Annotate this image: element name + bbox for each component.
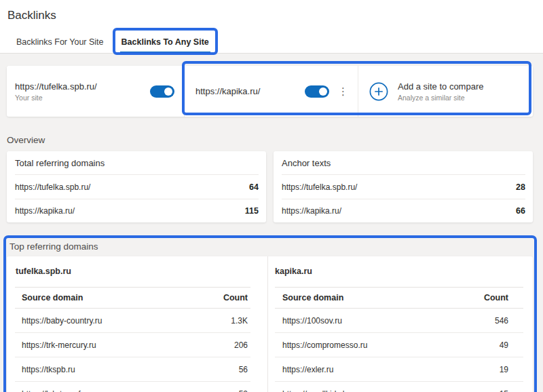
row-value: 28 (516, 182, 525, 192)
top-referring-domains-title: Top referring domains (10, 241, 98, 252)
overview-cards: Total referring domains https://tufelka.… (7, 151, 533, 222)
source-domain: https://baby-country.ru (15, 316, 102, 326)
source-domain: https://lab-tour.rf (15, 389, 81, 392)
top-referring-domains-card: tufelka.spb.ru Source domain Count https… (7, 256, 533, 392)
source-domain-header: Source domain (15, 293, 83, 302)
compare-site-card: https://kapika.ru/ ⋮ (185, 66, 358, 117)
row-label: https://kapika.ru/ (282, 206, 341, 216)
top-referring-column-kapika: kapika.ru Source domain Count https://10… (268, 256, 532, 392)
add-site-texts: Add a site to compare Analyze a similar … (398, 81, 483, 102)
backlinks-page: Backlinks Backlinks For Your Site Backli… (0, 0, 543, 392)
source-domain: https://trk-mercury.ru (15, 340, 96, 350)
toggle-knob (164, 87, 172, 96)
table-row: https://compromesso.ru 49 (275, 333, 523, 357)
table-row: https://kapika.ru/ 66 (282, 199, 525, 222)
table-row: https://tufelka.spb.ru/ 28 (282, 175, 525, 199)
source-domain: https://100sov.ru (275, 316, 342, 326)
plus-circle-icon (369, 82, 388, 101)
tab-backlinks-to-any-site[interactable]: Backlinks To Any Site (120, 33, 210, 54)
your-site-card: https://tufelka.spb.ru/ Your site (7, 66, 185, 117)
table-row: https://100sov.ru 546 (275, 309, 523, 333)
source-domain: https://compromesso.ru (275, 340, 367, 350)
count-value: 49 (500, 340, 523, 350)
source-domain: https://smallkids.by (275, 389, 351, 392)
table-row: https://tufelka.spb.ru/ 64 (15, 175, 259, 199)
compare-site-url: https://kapika.ru/ (195, 86, 305, 96)
row-value: 115 (245, 206, 259, 216)
row-label: https://tufelka.spb.ru/ (282, 182, 357, 192)
row-value: 66 (516, 206, 525, 216)
top-referring-column-tufelka: tufelka.spb.ru Source domain Count https… (7, 256, 268, 392)
count-value: 56 (239, 365, 250, 374)
anchor-texts-card: Anchor texts https://tufelka.spb.ru/ 28 … (274, 151, 533, 222)
add-site-title: Add a site to compare (398, 81, 483, 92)
table-row: https://tkspb.ru 56 (15, 357, 250, 382)
overview-section-title: Overview (7, 135, 45, 145)
card-title: Total referring domains (15, 151, 259, 175)
table-header-row: Source domain Count (15, 288, 250, 309)
count-value: 52 (239, 389, 250, 392)
your-site-toggle[interactable] (150, 85, 174, 98)
table-row: https://baby-country.ru 1.3K (15, 309, 250, 333)
your-site-texts: https://tufelka.spb.ru/ Your site (15, 81, 97, 102)
count-value: 206 (234, 340, 250, 350)
referring-domains-table: Source domain Count https://baby-country… (15, 287, 250, 392)
count-value: 546 (495, 316, 523, 326)
table-row: https://exler.ru 19 (275, 357, 523, 382)
compare-site-toggle[interactable] (305, 85, 329, 98)
total-referring-domains-card: Total referring domains https://tufelka.… (7, 151, 266, 222)
referring-domains-table: Source domain Count https://100sov.ru 54… (275, 287, 523, 392)
count-header: Count (223, 293, 250, 302)
row-label: https://kapika.ru/ (15, 206, 75, 216)
table-header-row: Source domain Count (275, 288, 523, 309)
add-site-subtitle: Analyze a similar site (398, 94, 483, 102)
table-row: https://trk-mercury.ru 206 (15, 333, 250, 357)
tab-label: Backlinks To Any Site (121, 37, 209, 47)
toggle-knob (319, 87, 327, 96)
table-row: https://kapika.ru/ 115 (15, 199, 259, 222)
tab-bar: Backlinks For Your Site Backlinks To Any… (15, 33, 210, 54)
source-domain: https://tkspb.ru (15, 365, 75, 374)
count-value: 15 (500, 389, 523, 392)
source-domain: https://exler.ru (275, 365, 333, 374)
table-row: https://smallkids.by 15 (275, 382, 523, 392)
table-row: https://lab-tour.rf 52 (15, 382, 250, 392)
your-site-subtitle: Your site (15, 94, 97, 102)
count-value: 1.3K (231, 316, 250, 326)
row-label: https://tufelka.spb.ru/ (15, 182, 90, 192)
column-site-title: tufelka.spb.ru (16, 267, 267, 276)
source-domain-header: Source domain (275, 293, 343, 302)
card-title: Anchor texts (282, 151, 525, 175)
count-value: 19 (500, 365, 523, 374)
tab-backlinks-for-your-site[interactable]: Backlinks For Your Site (15, 33, 105, 54)
your-site-url: https://tufelka.spb.ru/ (15, 81, 97, 92)
row-value: 64 (249, 182, 259, 192)
add-site-button[interactable]: Add a site to compare Analyze a similar … (358, 66, 533, 117)
count-header: Count (484, 293, 523, 302)
app-header: Backlinks Backlinks For Your Site Backli… (0, 0, 543, 54)
page-title: Backlinks (7, 9, 56, 22)
kebab-menu-icon[interactable]: ⋮ (338, 86, 348, 96)
sites-card: https://tufelka.spb.ru/ Your site https:… (7, 66, 533, 117)
column-site-title: kapika.ru (275, 267, 532, 276)
